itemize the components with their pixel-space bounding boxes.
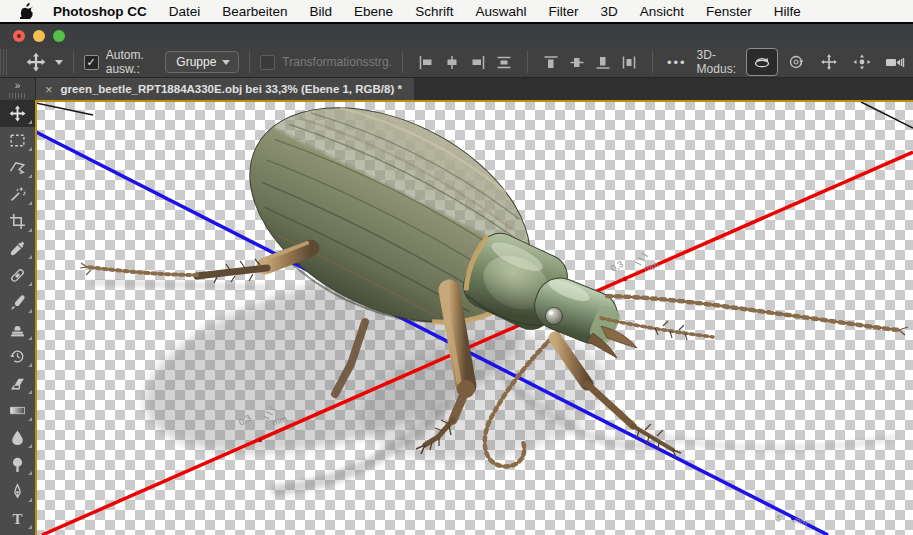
orbit-3d-camera-button[interactable] [746, 48, 778, 76]
align-vertical-centers-button[interactable] [564, 50, 590, 74]
menu-datei[interactable]: Datei [169, 4, 201, 19]
dropdown-chevron-icon [222, 60, 230, 65]
slide-3d-camera-button[interactable] [847, 49, 877, 75]
distribute-vertical-button[interactable] [491, 50, 517, 74]
ground-plane-edge-right [861, 102, 913, 128]
zoom-window-button[interactable] [53, 30, 65, 42]
3d-mode-label: 3D-Modus: [697, 48, 736, 76]
svg-text:0,3: 0,3 [609, 259, 625, 274]
distribute-horizontal-button[interactable] [616, 50, 642, 74]
menu-ansicht[interactable]: Ansicht [640, 4, 684, 19]
tool-blur[interactable] [0, 424, 35, 451]
minimize-window-button[interactable] [33, 30, 45, 42]
divider [402, 51, 403, 73]
tool-eyedropper[interactable] [0, 235, 35, 262]
tool-clone-stamp[interactable] [0, 316, 35, 343]
menu-ebene[interactable]: Ebene [354, 4, 393, 19]
apple-menu-icon[interactable] [20, 3, 35, 19]
tool-gradient[interactable] [0, 397, 35, 424]
roll-3d-camera-button[interactable] [781, 49, 811, 75]
tool-healing-brush[interactable] [0, 262, 35, 289]
toolbar-panel-header[interactable]: » [0, 78, 36, 100]
tool-pen[interactable] [0, 478, 35, 505]
move-tool-preset-icon[interactable] [23, 50, 49, 74]
svg-text:T: T [13, 511, 23, 527]
svg-text:5: 5 [774, 513, 783, 524]
tool-rectangular-marquee[interactable] [0, 127, 35, 154]
tool-move[interactable] [0, 100, 35, 127]
window-title-bar[interactable] [0, 24, 913, 47]
menu-fenster[interactable]: Fenster [706, 4, 752, 19]
axis-x-tick-dot [623, 277, 627, 281]
menu-auswahl[interactable]: Auswahl [475, 4, 526, 19]
divider [527, 51, 528, 73]
tool-options-bar: ✓ Autom. ausw.: Gruppe Transformationsst… [0, 47, 913, 78]
align-bottom-edges-button[interactable] [590, 50, 616, 74]
more-options-button[interactable]: ••• [667, 55, 687, 70]
collapse-panel-icon[interactable]: » [15, 81, 21, 90]
auto-select-label: Autom. ausw.: [106, 48, 157, 76]
tool-crop[interactable] [0, 208, 35, 235]
close-window-button[interactable] [13, 30, 25, 42]
panel-grip[interactable] [9, 93, 27, 98]
align-right-edges-button[interactable] [465, 50, 491, 74]
tool-magic-wand[interactable] [0, 181, 35, 208]
auto-select-checkbox[interactable]: ✓ [84, 55, 99, 70]
menu-bearbeiten[interactable]: Bearbeiten [222, 4, 287, 19]
app-name[interactable]: Photoshop CC [53, 4, 147, 19]
svg-text:mm: mm [643, 260, 660, 274]
options-bar-grip[interactable] [0, 49, 7, 75]
align-top-edges-button[interactable] [538, 50, 564, 74]
tool-eraser[interactable] [0, 370, 35, 397]
align-left-edges-button[interactable] [413, 50, 439, 74]
checkmark-icon: ✓ [87, 57, 96, 68]
document-tab-bar: » × green_beetle_RPT1884A330E.obj bei 33… [0, 78, 913, 100]
macos-menu-bar: Photoshop CC Datei Bearbeiten Bild Ebene… [0, 0, 913, 22]
ground-plane-edge-left [36, 103, 93, 115]
photoshop-window: Photoshop CC Datei Bearbeiten Bild Ebene… [0, 0, 913, 535]
tool-brush[interactable] [0, 289, 35, 316]
document-tab[interactable]: × green_beetle_RPT1884A330E.obj bei 33,3… [36, 78, 414, 100]
divider [249, 51, 250, 73]
tool-lasso[interactable] [0, 154, 35, 181]
menu-hilfe[interactable]: Hilfe [774, 4, 801, 19]
menu-3d[interactable]: 3D [600, 4, 617, 19]
beetle-rear-left-leg [80, 243, 311, 283]
axis-x-tick-dot [258, 438, 262, 442]
align-horizontal-centers-button[interactable] [439, 50, 465, 74]
pan-3d-camera-button[interactable] [814, 49, 844, 75]
divider [652, 51, 653, 73]
beetle-eye [546, 308, 563, 325]
document-tab-title: green_beetle_RPT1884A330E.obj bei 33,3% … [61, 83, 402, 95]
transform-controls-label: Transformationsstrg. [282, 55, 392, 69]
document-canvas[interactable]: 0,3 mm 0,3 mm 5 mm [35, 100, 913, 535]
tools-panel: T [0, 100, 35, 535]
auto-select-target-value: Gruppe [176, 55, 216, 69]
tool-dodge[interactable] [0, 451, 35, 478]
tool-preset-chevron-icon[interactable] [55, 60, 63, 65]
menu-schrift[interactable]: Schrift [415, 4, 453, 19]
axis-z-tick-dot [791, 516, 795, 520]
tool-type[interactable]: T [0, 505, 35, 532]
close-document-icon[interactable]: × [45, 82, 53, 97]
menu-filter[interactable]: Filter [548, 4, 578, 19]
3d-scene-selection-outline-top [35, 100, 913, 102]
zoom-3d-camera-button[interactable] [880, 49, 910, 75]
menu-bild[interactable]: Bild [310, 4, 333, 19]
transform-controls-checkbox[interactable] [260, 55, 275, 70]
tool-history-brush[interactable] [0, 343, 35, 370]
auto-select-target-dropdown[interactable]: Gruppe [165, 51, 239, 73]
3d-scene: 0,3 mm 0,3 mm 5 mm [35, 100, 913, 535]
divider [73, 51, 74, 73]
3d-scene-selection-outline-left [35, 100, 37, 535]
